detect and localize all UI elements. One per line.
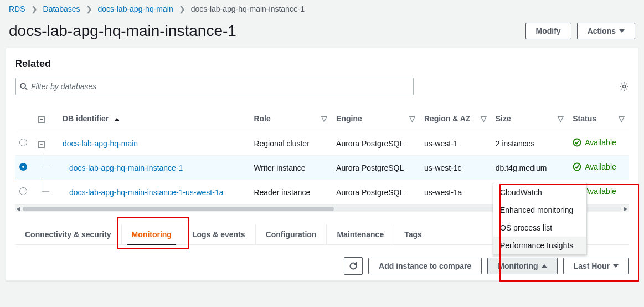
menu-item-os-process-list[interactable]: OS process list: [493, 219, 586, 237]
cell-engine: Aurora PostgreSQL: [332, 180, 420, 204]
cell-engine: Aurora PostgreSQL: [332, 131, 420, 156]
sort-caret-icon: ▽: [481, 114, 487, 123]
status-badge: Available: [573, 162, 616, 171]
cell-region: us-west-1c: [420, 156, 491, 180]
related-title: Related: [15, 58, 629, 70]
check-circle-icon: [573, 138, 581, 147]
time-range-label: Last Hour: [574, 262, 610, 270]
caret-down-icon: [613, 264, 619, 268]
monitoring-dropdown-label: Monitoring: [498, 262, 538, 270]
actions-button-label: Actions: [588, 27, 616, 35]
table-row[interactable]: − docs-lab-apg-hq-main Regional cluster …: [15, 131, 629, 156]
chevron-right-icon: ❯: [31, 4, 38, 13]
svg-point-2: [623, 85, 626, 88]
row-radio[interactable]: [19, 163, 27, 171]
related-card: Related − DB identifier: [6, 48, 638, 281]
sort-asc-icon: [114, 118, 120, 121]
db-link[interactable]: docs-lab-apg-hq-main-instance-1: [69, 163, 183, 172]
modify-button[interactable]: Modify: [525, 23, 571, 39]
col-role[interactable]: Role ▽: [249, 109, 332, 131]
monitoring-menu: CloudWatch Enhanced monitoring OS proces…: [493, 183, 587, 255]
caret-up-icon: [542, 264, 547, 268]
add-instance-compare-button[interactable]: Add instance to compare: [368, 258, 482, 274]
sort-caret-icon: ▽: [321, 114, 327, 123]
refresh-icon: [349, 262, 358, 270]
col-status[interactable]: Status ▽: [568, 109, 629, 131]
col-status-label: Status: [573, 114, 596, 123]
filter-input[interactable]: [31, 82, 409, 91]
db-link[interactable]: docs-lab-apg-hq-main-instance-1-us-west-…: [69, 188, 224, 197]
scroll-left-icon[interactable]: ◀: [16, 206, 20, 212]
row-radio[interactable]: [19, 187, 27, 195]
caret-down-icon: [619, 29, 625, 33]
svg-line-1: [25, 88, 28, 90]
expand-all-toggle[interactable]: −: [38, 116, 45, 123]
menu-item-enhanced-monitoring[interactable]: Enhanced monitoring: [493, 201, 586, 219]
tab-monitoring[interactable]: Monitoring: [121, 224, 182, 244]
col-region-label: Region & AZ: [424, 114, 470, 123]
col-size[interactable]: Size ▽: [491, 109, 568, 131]
col-region[interactable]: Region & AZ ▽: [420, 109, 491, 131]
tab-tags[interactable]: Tags: [394, 224, 432, 244]
tree-connector-icon: [38, 187, 54, 195]
tab-connectivity[interactable]: Connectivity & security: [15, 224, 121, 244]
chevron-right-icon: ❯: [179, 4, 186, 13]
table-row[interactable]: docs-lab-apg-hq-main-instance-1 Writer i…: [15, 156, 629, 180]
search-icon: [20, 83, 28, 90]
cell-role: Reader instance: [249, 180, 332, 204]
tab-maintenance[interactable]: Maintenance: [326, 224, 394, 244]
row-radio[interactable]: [19, 139, 27, 146]
settings-icon[interactable]: [619, 81, 629, 91]
breadcrumb-current: docs-lab-apg-hq-main-instance-1: [191, 4, 305, 13]
page-header: docs-lab-apg-hq-main-instance-1 Modify A…: [0, 18, 644, 48]
breadcrumb: RDS ❯ Databases ❯ docs-lab-apg-hq-main ❯…: [0, 0, 644, 18]
filter-input-wrapper[interactable]: [15, 78, 414, 95]
svg-point-0: [20, 83, 25, 88]
col-role-label: Role: [254, 114, 270, 123]
chevron-right-icon: ❯: [86, 4, 92, 13]
actions-button[interactable]: Actions: [577, 23, 635, 39]
breadcrumb-cluster[interactable]: docs-lab-apg-hq-main: [98, 4, 173, 13]
cell-engine: Aurora PostgreSQL: [332, 156, 420, 180]
time-range-dropdown-button[interactable]: Last Hour: [563, 258, 629, 274]
scroll-thumb[interactable]: [23, 207, 334, 211]
monitoring-dropdown-button[interactable]: Monitoring: [487, 258, 557, 274]
scroll-right-icon[interactable]: ▶: [624, 206, 628, 212]
tree-connector-icon: [38, 163, 54, 171]
db-link[interactable]: docs-lab-apg-hq-main: [63, 139, 138, 148]
sort-caret-icon: ▽: [558, 114, 564, 123]
col-engine[interactable]: Engine ▽: [332, 109, 420, 131]
col-db-identifier[interactable]: DB identifier: [58, 109, 249, 131]
menu-item-performance-insights[interactable]: Performance Insights: [493, 237, 586, 254]
menu-item-cloudwatch[interactable]: CloudWatch: [493, 183, 586, 201]
refresh-button[interactable]: [344, 257, 363, 275]
col-size-label: Size: [496, 114, 511, 123]
tab-logs-events[interactable]: Logs & events: [182, 224, 255, 244]
status-badge: Available: [573, 138, 616, 147]
cell-size: db.t4g.medium: [491, 156, 568, 180]
sort-caret-icon: ▽: [619, 114, 625, 123]
cell-role: Regional cluster: [249, 131, 332, 156]
page-title: docs-lab-apg-hq-main-instance-1: [9, 22, 236, 40]
tab-configuration[interactable]: Configuration: [255, 224, 327, 244]
row-expander[interactable]: −: [38, 141, 45, 148]
cell-role: Writer instance: [249, 156, 332, 180]
cell-region: us-west-1: [420, 131, 491, 156]
breadcrumb-rds[interactable]: RDS: [9, 4, 25, 13]
col-engine-label: Engine: [336, 114, 362, 123]
col-db-identifier-label: DB identifier: [63, 114, 109, 123]
cell-size: 2 instances: [491, 131, 568, 156]
check-circle-icon: [573, 162, 581, 171]
cell-region: us-west-1a: [420, 180, 491, 204]
sort-caret-icon: ▽: [409, 114, 415, 123]
breadcrumb-databases[interactable]: Databases: [43, 4, 80, 13]
